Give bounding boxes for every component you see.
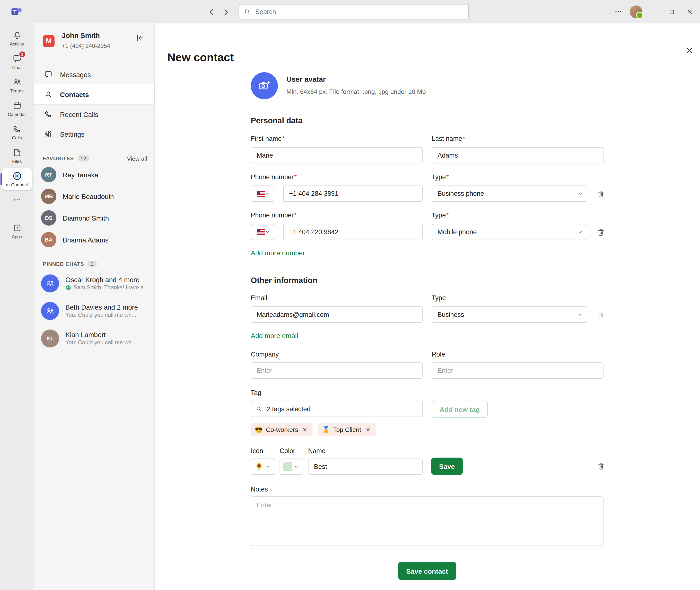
- delete-tag-button[interactable]: [596, 461, 606, 471]
- chevron-down-icon: [578, 312, 583, 317]
- avatar: DS: [41, 210, 56, 226]
- email-type-label: Type: [432, 294, 446, 302]
- close-icon: [365, 427, 371, 432]
- sidebar-menu: Messages Contacts Recent Calls Settings: [34, 59, 154, 144]
- contacts-icon: [44, 90, 53, 99]
- more-options-button[interactable]: [611, 5, 625, 18]
- company-label: Company: [251, 351, 279, 358]
- phone-number-input[interactable]: [283, 186, 423, 202]
- sidebar-item-settings[interactable]: Settings: [34, 124, 154, 144]
- rail-item-apps[interactable]: Apps: [2, 220, 32, 242]
- tag-name-label: Name: [308, 447, 326, 455]
- forward-button[interactable]: [221, 7, 231, 17]
- sidebar: M John Smith +1 (404) 240-2954 Messages …: [34, 23, 154, 590]
- rail-more-button[interactable]: [2, 192, 32, 207]
- app-window: Activity 1 Chat Teams Calendar Calls Fil…: [0, 0, 700, 590]
- add-new-tag-button[interactable]: Add new tag: [432, 401, 488, 418]
- pinned-chats-header: PINNED CHATS 3: [34, 259, 154, 270]
- favorite-item[interactable]: RT Ray Tanaka: [34, 164, 154, 186]
- rail-item-teams[interactable]: Teams: [2, 74, 32, 96]
- other-information-heading: Other information: [251, 276, 318, 285]
- phone-type-select[interactable]: Mobile phone: [432, 224, 587, 240]
- rail-item-chat[interactable]: 1 Chat: [2, 51, 32, 73]
- wechat-icon: [66, 285, 71, 290]
- chevron-down-icon: [578, 191, 583, 196]
- pinned-count-badge: 3: [88, 261, 97, 267]
- favorites-list: RT Ray Tanaka MB Marie Beaudouin DS Diam…: [34, 164, 154, 251]
- rail-item-activity[interactable]: Activity: [2, 27, 32, 49]
- group-avatar: [41, 302, 59, 320]
- rail-item-m-connect[interactable]: m-Connect: [2, 168, 32, 190]
- tag-emoji: 😎: [255, 426, 262, 433]
- close-icon: [302, 427, 308, 432]
- remove-tag-button[interactable]: [364, 426, 372, 433]
- search-icon: [255, 405, 262, 412]
- country-flag-select[interactable]: [251, 224, 274, 240]
- pinned-chat-item[interactable]: Oscar Krogh and 4 more Sam Smith: Thanks…: [34, 270, 154, 297]
- minimize-button[interactable]: [647, 5, 660, 18]
- chevron-down-icon: [265, 230, 270, 234]
- chevron-down-icon: [294, 465, 299, 469]
- delete-phone-button[interactable]: [596, 189, 606, 199]
- notes-textarea[interactable]: [251, 496, 603, 546]
- collapse-sidebar-button[interactable]: [135, 32, 146, 43]
- recent-calls-icon: [44, 110, 53, 119]
- tag-search-input[interactable]: [251, 401, 423, 417]
- first-name-input[interactable]: [251, 147, 423, 164]
- add-more-number-link[interactable]: Add more number: [251, 249, 305, 257]
- favorite-item[interactable]: BA Brianna Adams: [34, 229, 154, 251]
- close-panel-button[interactable]: [685, 44, 698, 57]
- save-contact-button[interactable]: Save contact: [398, 562, 456, 580]
- teams-logo: [11, 6, 23, 17]
- tag-icon-label: Icon: [251, 447, 263, 455]
- email-type-select[interactable]: Business: [432, 306, 587, 323]
- notes-label: Notes: [251, 486, 268, 493]
- last-name-input[interactable]: [432, 147, 603, 164]
- remove-tag-button[interactable]: [302, 426, 309, 433]
- phone-number-label: Phone number*: [251, 173, 297, 181]
- chevron-down-icon: [266, 465, 271, 469]
- tag-name-input[interactable]: [308, 459, 423, 475]
- sidebar-item-recent-calls[interactable]: Recent Calls: [34, 104, 154, 124]
- tag-color-select[interactable]: [280, 459, 303, 475]
- pinned-chat-item[interactable]: Beth Davies and 2 more You: Could you ca…: [34, 297, 154, 324]
- close-window-button[interactable]: [683, 5, 697, 18]
- us-flag-icon: [257, 229, 265, 235]
- rail-item-calendar[interactable]: Calendar: [2, 98, 32, 120]
- selected-tags: 😎 Co-workers 🏅 Top Client: [251, 423, 376, 436]
- group-avatar: [41, 274, 59, 292]
- global-search[interactable]: [239, 4, 469, 19]
- company-input[interactable]: [251, 362, 423, 379]
- sidebar-item-messages[interactable]: Messages: [34, 65, 154, 84]
- phone-type-label: Type*: [432, 212, 449, 219]
- tag-emoji: 🏅: [322, 426, 330, 433]
- settings-icon: [44, 130, 53, 138]
- new-contact-panel: New contact User avatar Min. 64x64 px. F…: [155, 23, 700, 590]
- page-title: New contact: [167, 51, 234, 64]
- phone-number-input[interactable]: [283, 224, 423, 240]
- contact-form: Personal data First name* Last name* Pho…: [251, 23, 612, 590]
- favorite-item[interactable]: MB Marie Beaudouin: [34, 186, 154, 207]
- search-input[interactable]: [254, 8, 446, 16]
- avatar: BA: [41, 232, 56, 247]
- view-all-button[interactable]: View all: [127, 155, 147, 162]
- avatar: KL: [41, 329, 59, 347]
- rail-item-calls[interactable]: Calls: [2, 121, 32, 143]
- country-flag-select[interactable]: [251, 186, 274, 202]
- add-more-email-link[interactable]: Add more email: [251, 332, 298, 339]
- favorite-item[interactable]: DS Diamond Smith: [34, 207, 154, 229]
- pinned-chat-item[interactable]: KL Kian Lambert You: Could you call me w…: [34, 324, 154, 352]
- maximize-button[interactable]: [665, 5, 678, 18]
- tag-icon-select[interactable]: 🌻: [251, 459, 275, 475]
- save-tag-button[interactable]: Save: [431, 458, 463, 475]
- role-input[interactable]: [432, 362, 603, 379]
- color-swatch: [283, 462, 292, 471]
- email-input[interactable]: [251, 306, 423, 323]
- rail-item-files[interactable]: Files: [2, 144, 32, 167]
- titlebar: [0, 0, 700, 23]
- sidebar-item-contacts[interactable]: Contacts: [34, 84, 154, 104]
- delete-phone-button[interactable]: [596, 227, 606, 237]
- user-avatar[interactable]: [630, 5, 643, 18]
- phone-type-select[interactable]: Business phone: [432, 186, 587, 202]
- back-button[interactable]: [207, 7, 217, 17]
